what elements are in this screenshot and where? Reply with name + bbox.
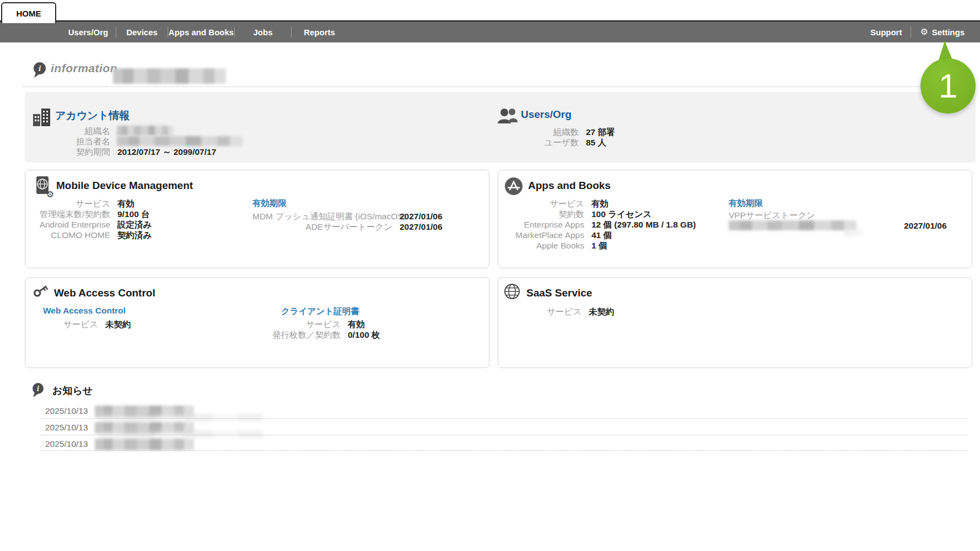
contract-period-label: 契約期間 [25, 147, 110, 157]
cert-issued-label: 発行枚数／契約数 [237, 329, 341, 340]
ab-apple-books-label: Apple Books [498, 240, 584, 251]
notice-bubble-icon: i [31, 382, 45, 398]
mdm-service-value: 有効 [117, 198, 134, 209]
annotation-badge: 1 [920, 58, 976, 114]
mdm-title: Mobile Device Management [56, 180, 193, 192]
user-count-row: ユーザ数 85 人 [491, 137, 606, 148]
cert-service-value: 有効 [348, 319, 365, 329]
saas-service-value: 未契約 [589, 306, 615, 317]
mdm-devices-label: 管理端末数/契約数 [25, 209, 110, 219]
ab-apple-books-value: 1 個 [591, 240, 607, 251]
mdm-push-cert-date: 2027/01/06 [400, 211, 443, 222]
saas-service-row: サービス 未契約 [498, 306, 615, 317]
svg-text:i: i [37, 385, 39, 393]
ab-service-row: サービス 有効 [498, 198, 609, 209]
settings-label: Settings [932, 28, 965, 37]
globe-icon [504, 283, 520, 300]
org-name-label: 組織名 [25, 126, 110, 136]
org-count-value: 27 部署 [586, 127, 615, 137]
tab-users-org[interactable]: Users/Org [61, 28, 116, 37]
cert-service-label: サービス [237, 319, 341, 329]
notices-title: お知らせ [52, 384, 93, 397]
redacted-vpp-token-tail [843, 230, 862, 236]
mdm-service-row: サービス 有効 [25, 198, 134, 209]
ab-marketplace-apps-value: 41 個 [591, 230, 612, 240]
ab-service-value: 有効 [591, 198, 609, 209]
nav-separator [911, 27, 911, 37]
tab-home-active[interactable]: HOME [1, 2, 56, 23]
tab-devices[interactable]: Devices [116, 28, 168, 37]
divider-dotted [41, 435, 967, 435]
redacted-vpp-token [729, 220, 857, 230]
redacted-org-name [117, 126, 174, 136]
tab-reports[interactable]: Reports [292, 28, 347, 37]
mdm-android-row: Android Enterprise 設定済み [25, 219, 152, 230]
mdm-clomo-home-label: CLOMO HOME [25, 230, 110, 240]
ab-enterprise-apps-label: Enterprise Apps [498, 219, 584, 230]
users-icon [497, 108, 518, 125]
ab-marketplace-apps-label: MarketPlace Apps [498, 230, 584, 240]
clomo-home-page: Users/Org Devices Apps and Books Jobs Re… [0, 0, 980, 551]
wac-link[interactable]: Web Access Control [43, 306, 126, 316]
gear-icon: ⚙ [920, 28, 928, 36]
account-info-title: アカウント情報 [55, 109, 130, 123]
notice-date: 2025/10/13 [45, 439, 88, 449]
notice-date: 2025/10/13 [45, 423, 88, 433]
mdm-clomo-home-row: CLOMO HOME 契約済み [25, 230, 152, 240]
redacted-notice-preview [99, 430, 263, 438]
annotation-number: 1 [939, 69, 957, 103]
nav-right-group: Support ⚙ Settings [870, 21, 965, 42]
mdm-android-label: Android Enterprise [25, 219, 110, 230]
saas-service-label: サービス [498, 306, 581, 317]
ab-licenses-label: 契約数 [498, 209, 584, 219]
tab-jobs[interactable]: Jobs [235, 28, 291, 37]
divider-dotted [41, 450, 967, 451]
ab-expiry-link[interactable]: 有効期限 [729, 198, 763, 209]
cert-issued-value: 0/100 枚 [348, 329, 380, 340]
ab-enterprise-apps-row: Enterprise Apps 12 個 (297.80 MB / 1.8 GB… [498, 219, 696, 230]
buildings-icon [31, 106, 53, 128]
information-title: information [51, 62, 117, 75]
account-org-name-row: 組織名 [25, 126, 110, 136]
settings-link[interactable]: ⚙ Settings [920, 28, 965, 37]
mdm-devices-value: 9/100 台 [117, 209, 150, 219]
wac-service-label: サービス [25, 319, 98, 329]
redacted-contact-name [117, 136, 243, 146]
redacted-information-text [113, 68, 226, 84]
ab-enterprise-apps-value: 12 個 (297.80 MB / 1.8 GB) [591, 219, 696, 230]
org-count-row: 組織数 27 部署 [491, 127, 615, 137]
mdm-device-icon: ⚙ [32, 174, 56, 198]
wac-service-value: 未契約 [105, 319, 131, 329]
user-count-value: 85 人 [586, 137, 606, 148]
mdm-expiry-link[interactable]: 有効期限 [252, 198, 287, 209]
ab-apple-books-row: Apple Books 1 個 [498, 240, 607, 251]
wac-title: Web Access Control [54, 287, 155, 299]
cert-service-row: サービス 有効 [237, 319, 365, 329]
key-icon [32, 282, 51, 299]
mdm-push-cert-row: MDM プッシュ通知証明書 (iOS/macOS) 2027/01/06 [252, 211, 443, 222]
saas-title: SaaS Service [526, 287, 592, 299]
tab-apps-and-books[interactable]: Apps and Books [168, 28, 234, 37]
cert-issued-row: 発行枚数／契約数 0/100 枚 [237, 329, 380, 340]
mdm-ade-token-date: 2027/01/06 [400, 222, 443, 232]
redacted-notice-link[interactable] [95, 439, 194, 450]
user-count-label: ユーザ数 [491, 137, 579, 148]
support-link[interactable]: Support [870, 28, 902, 37]
divider-dotted [22, 87, 976, 87]
client-cert-link[interactable]: クライアント証明書 [281, 306, 359, 317]
apps-books-title: Apps and Books [528, 180, 611, 192]
notice-date: 2025/10/13 [45, 406, 88, 416]
users-org-title: Users/Org [521, 109, 572, 121]
ab-licenses-row: 契約数 100 ライセンス [498, 209, 651, 219]
info-bubble-icon: i [32, 62, 47, 78]
account-contract-row: 契約期間 2012/07/17 ～ 2099/07/17 [25, 147, 216, 157]
vpp-token-expiry-date: 2027/01/06 [904, 221, 947, 231]
mdm-ade-token-label: ADEサーバートークン [252, 222, 392, 232]
mdm-ade-token-row: ADEサーバートークン 2027/01/06 [252, 222, 443, 232]
account-contact-row: 担当者名 [25, 136, 110, 147]
wac-service-row: サービス 未契約 [25, 319, 131, 329]
mdm-clomo-home-value: 契約済み [117, 230, 152, 240]
mdm-service-label: サービス [25, 198, 110, 209]
org-count-label: 組織数 [491, 127, 579, 137]
ab-marketplace-apps-row: MarketPlace Apps 41 個 [498, 230, 612, 240]
